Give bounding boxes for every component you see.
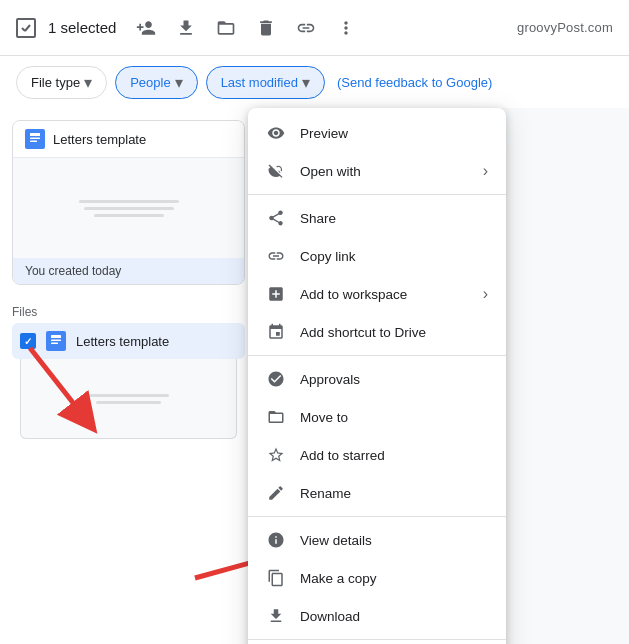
menu-label-make-copy: Make a copy	[300, 571, 488, 586]
people-filter[interactable]: People ▾	[115, 66, 197, 99]
preview-lines	[79, 200, 179, 217]
doc-icon	[25, 129, 45, 149]
file-checkbox[interactable]	[20, 333, 36, 349]
files-label: Files	[12, 305, 245, 319]
menu-item-add-starred[interactable]: Add to starred	[248, 436, 506, 474]
preview-line	[84, 207, 174, 210]
file-card-preview	[13, 158, 244, 258]
menu-item-download[interactable]: Download	[248, 597, 506, 635]
menu-item-approvals[interactable]: Approvals	[248, 360, 506, 398]
menu-label-view-details: View details	[300, 533, 488, 548]
file-doc-icon	[46, 331, 66, 351]
svg-line-1	[25, 25, 30, 31]
menu-item-share[interactable]: Share	[248, 199, 506, 237]
add-shortcut-icon	[266, 322, 286, 342]
menu-label-download: Download	[300, 609, 488, 624]
svg-rect-5	[51, 335, 61, 338]
file-name: Letters template	[76, 334, 169, 349]
preview-line	[94, 214, 164, 217]
add-workspace-chevron: ›	[483, 285, 488, 303]
info-icon	[266, 530, 286, 550]
download-icon	[266, 606, 286, 626]
people-chevron: ▾	[175, 73, 183, 92]
files-section: Files Letters template	[0, 297, 257, 451]
star-icon	[266, 445, 286, 465]
file-type-filter[interactable]: File type ▾	[16, 66, 107, 99]
file-card-header: Letters template	[13, 121, 244, 158]
toolbar-actions	[128, 10, 364, 46]
more-options-button[interactable]	[328, 10, 364, 46]
menu-item-rename[interactable]: Rename	[248, 474, 506, 512]
approvals-icon	[266, 369, 286, 389]
last-modified-chevron: ▾	[302, 73, 310, 92]
add-person-button[interactable]	[128, 10, 164, 46]
last-modified-filter[interactable]: Last modified ▾	[206, 66, 325, 99]
menu-label-approvals: Approvals	[300, 372, 488, 387]
menu-item-copy-link[interactable]: Copy link	[248, 237, 506, 275]
context-menu: Preview Open with › Share Copy link	[248, 108, 506, 644]
svg-rect-2	[30, 133, 40, 136]
preview-icon	[266, 123, 286, 143]
menu-label-copy-link: Copy link	[300, 249, 488, 264]
rename-icon	[266, 483, 286, 503]
main-content: Letters template You created today Files	[0, 108, 629, 644]
preview-line	[79, 200, 179, 203]
file-type-chevron: ▾	[84, 73, 92, 92]
open-with-chevron: ›	[483, 162, 488, 180]
menu-label-move-to: Move to	[300, 410, 488, 425]
divider-3	[248, 516, 506, 517]
file-thumbnail	[20, 359, 237, 439]
menu-label-preview: Preview	[300, 126, 488, 141]
menu-label-share: Share	[300, 211, 488, 226]
svg-rect-4	[30, 141, 37, 143]
file-card-title: Letters template	[53, 132, 146, 147]
delete-button[interactable]	[248, 10, 284, 46]
move-to-icon	[266, 407, 286, 427]
brand-text: groovyPost.com	[517, 20, 613, 35]
menu-item-add-shortcut[interactable]: Add shortcut to Drive	[248, 313, 506, 351]
left-panel: Letters template You created today Files	[0, 108, 258, 644]
menu-label-rename: Rename	[300, 486, 488, 501]
divider-1	[248, 194, 506, 195]
open-with-icon	[266, 161, 286, 181]
menu-item-move-to[interactable]: Move to	[248, 398, 506, 436]
download-button[interactable]	[168, 10, 204, 46]
recent-file-card[interactable]: Letters template You created today	[12, 120, 245, 285]
menu-item-make-copy[interactable]: Make a copy	[248, 559, 506, 597]
file-card-footer: You created today	[13, 258, 244, 284]
copy-icon	[266, 568, 286, 588]
menu-item-add-workspace[interactable]: Add to workspace ›	[248, 275, 506, 313]
divider-4	[248, 639, 506, 640]
feedback-link[interactable]: (Send feedback to Google)	[337, 75, 492, 90]
copy-link-icon	[266, 246, 286, 266]
menu-label-open-with: Open with	[300, 164, 469, 179]
thumbnail-preview	[89, 394, 169, 404]
share-icon	[266, 208, 286, 228]
svg-rect-7	[51, 343, 58, 345]
selected-count: 1 selected	[48, 19, 116, 36]
menu-item-preview[interactable]: Preview	[248, 114, 506, 152]
thumb-line	[89, 394, 169, 397]
toolbar: 1 selected groovyPost.com	[0, 0, 629, 56]
svg-rect-3	[30, 138, 40, 140]
move-to-folder-button[interactable]	[208, 10, 244, 46]
menu-label-add-workspace: Add to workspace	[300, 287, 469, 302]
copy-link-button[interactable]	[288, 10, 324, 46]
file-list-item[interactable]: Letters template	[12, 323, 245, 359]
menu-item-open-with[interactable]: Open with ›	[248, 152, 506, 190]
menu-label-add-starred: Add to starred	[300, 448, 488, 463]
divider-2	[248, 355, 506, 356]
menu-item-view-details[interactable]: View details	[248, 521, 506, 559]
filter-bar: File type ▾ People ▾ Last modified ▾ (Se…	[0, 56, 629, 108]
add-workspace-icon	[266, 284, 286, 304]
thumb-line	[96, 401, 161, 404]
select-all-checkbox[interactable]	[16, 18, 36, 38]
svg-rect-6	[51, 340, 61, 342]
menu-label-add-shortcut: Add shortcut to Drive	[300, 325, 488, 340]
